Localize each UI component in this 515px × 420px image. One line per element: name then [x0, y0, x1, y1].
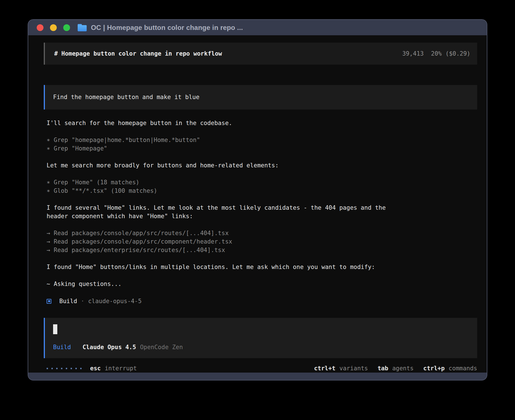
tool-call-grep: ∗ Grep "Homepage" — [47, 144, 477, 153]
badge-separator: · — [81, 297, 84, 305]
model-row: Build Claude Opus 4.5 OpenCode Zen — [53, 343, 470, 351]
tool-call-read: → Read packages/enterprise/src/routes/[.… — [47, 246, 477, 254]
shortcut-interrupt: esc interrupt — [90, 364, 137, 373]
assistant-paragraph: I found several "Home" links. Let me loo… — [47, 204, 397, 220]
assistant-transcript: I'll search for the homepage button in t… — [44, 119, 477, 305]
session-stats: 39,41320%($0.29) — [402, 49, 470, 58]
working-status: ~ Asking questions... — [47, 280, 477, 288]
window-title: OC | Homepage button color change in rep… — [91, 24, 243, 32]
key-esc: esc — [90, 364, 101, 373]
desktop: OC | Homepage button color change in rep… — [0, 0, 515, 420]
agent-square-icon — [47, 299, 51, 304]
key-ctrl-t-label: variants — [339, 364, 368, 373]
traffic-lights — [37, 24, 70, 31]
close-button[interactable] — [37, 24, 43, 31]
key-ctrl-p: ctrl+p — [423, 364, 445, 373]
folder-icon-body — [78, 25, 87, 31]
session-header: # Homepage button color change in repo w… — [44, 43, 477, 65]
user-message: Find the homepage button and make it blu… — [44, 85, 477, 110]
key-ctrl-p-label: commands — [449, 364, 477, 373]
terminal-content: # Homepage button color change in repo w… — [28, 35, 487, 373]
folder-icon — [78, 24, 87, 31]
status-bar: esc interrupt ctrl+t variants tab agents… — [44, 358, 477, 373]
user-message-text: Find the homepage button and make it blu… — [53, 94, 199, 100]
shortcut-commands: ctrl+p commands — [423, 364, 477, 373]
window-titlebar[interactable]: OC | Homepage button color change in rep… — [28, 20, 487, 35]
key-esc-label: interrupt — [105, 364, 137, 373]
provider-label: OpenCode Zen — [140, 343, 183, 351]
agent-name: Build — [59, 297, 77, 305]
text-cursor — [53, 324, 57, 334]
assistant-paragraph: I'll search for the homepage button in t… — [47, 119, 397, 127]
agent-badge: Build · claude-opus-4-5 — [47, 297, 477, 305]
terminal-window: OC | Homepage button color change in rep… — [28, 20, 487, 380]
session-title: # Homepage button color change in repo w… — [54, 49, 222, 58]
key-ctrl-t: ctrl+t — [314, 364, 335, 373]
agent-mode-label[interactable]: Build — [53, 343, 71, 351]
key-tab-label: agents — [392, 364, 414, 373]
prompt-input[interactable]: Build Claude Opus 4.5 OpenCode Zen — [44, 318, 477, 358]
context-percent: 20% — [431, 49, 442, 58]
fullscreen-button[interactable] — [63, 24, 70, 31]
assistant-paragraph: Let me search more broadly for buttons a… — [47, 161, 397, 170]
window-bottom-strip — [28, 373, 487, 380]
shortcut-agents: tab agents — [377, 364, 414, 373]
assistant-paragraph: I found "Home" buttons/links in multiple… — [47, 263, 397, 271]
minimize-button[interactable] — [50, 24, 57, 31]
tool-call-glob: ∗ Glob "**/*.tsx" (100 matches) — [47, 187, 477, 195]
status-bar-right: ctrl+t variants tab agents ctrl+p comman… — [314, 364, 477, 373]
key-tab: tab — [377, 364, 388, 373]
tool-call-grep: ∗ Grep "homepage|home.*button|Home.*butt… — [47, 136, 477, 144]
tool-call-grep: ∗ Grep "Home" (18 matches) — [47, 178, 477, 187]
model-name-label[interactable]: Claude Opus 4.5 — [82, 343, 136, 351]
tool-call-read: → Read packages/console/app/src/componen… — [47, 237, 477, 246]
spinner-dots — [47, 368, 82, 369]
status-bar-left: esc interrupt — [47, 364, 137, 373]
tool-call-read: → Read packages/console/app/src/routes/[… — [47, 229, 477, 237]
shortcut-variants: ctrl+t variants — [314, 364, 368, 373]
session-cost: ($0.29) — [445, 49, 470, 58]
token-count: 39,413 — [402, 49, 424, 58]
agent-model: claude-opus-4-5 — [88, 297, 142, 305]
